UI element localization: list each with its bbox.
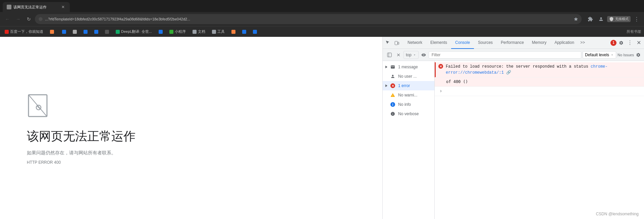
- bookmark-11[interactable]: 工具: [210, 28, 227, 35]
- devtools-more-button[interactable]: ⋮: [626, 39, 634, 47]
- tab-bar: 该网页无法正常运作 ✕: [0, 0, 644, 12]
- sidebar-item-verbose[interactable]: No verbose: [383, 109, 434, 119]
- bookmark-baidu[interactable]: 百度一下，你就知道: [3, 28, 45, 35]
- sidebar-item-info[interactable]: i No info: [383, 100, 434, 109]
- expand-triangle-icon: [385, 66, 387, 68]
- tab-application[interactable]: Application: [550, 37, 578, 49]
- nav-icons: 无痕模式 ⋮: [586, 14, 641, 24]
- star-icon[interactable]: [574, 17, 578, 21]
- bookmark-12[interactable]: [229, 29, 237, 34]
- forward-button[interactable]: →: [13, 14, 23, 24]
- page-area: 该网页无法正常运作 如果问题仍然存在，请与网站所有者联系。 HTTP ERROR…: [0, 37, 644, 219]
- tab-elements[interactable]: Elements: [426, 37, 451, 49]
- tab-more[interactable]: >>: [578, 37, 587, 49]
- bookmark-14[interactable]: [251, 29, 259, 34]
- all-bookmarks-label: 所有书签: [627, 29, 641, 33]
- inspect-element-button[interactable]: [384, 39, 392, 47]
- svg-rect-7: [395, 41, 397, 45]
- clear-console-button[interactable]: [395, 51, 402, 59]
- extensions-button[interactable]: [586, 14, 595, 24]
- bookmark-9[interactable]: 小程序: [167, 28, 188, 35]
- bookmark-13[interactable]: [240, 29, 248, 34]
- back-button[interactable]: ←: [3, 14, 12, 24]
- bookmark-3[interactable]: [60, 29, 68, 34]
- tab-favicon: [7, 5, 11, 9]
- svg-rect-8: [398, 42, 399, 44]
- bookmark-favicon: [231, 30, 235, 34]
- tab-console[interactable]: Console: [451, 37, 474, 49]
- tab-memory[interactable]: Memory: [528, 37, 550, 49]
- svg-rect-9: [387, 53, 391, 57]
- devtools-tab-bar: Network Elements Console Sources Perform…: [383, 37, 644, 49]
- error-link-icon: 🔗: [506, 70, 511, 75]
- eye-button[interactable]: [420, 51, 427, 59]
- error-code: HTTP ERROR 400: [27, 160, 61, 165]
- main-page: 该网页无法正常运作 如果问题仍然存在，请与网站所有者联系。 HTTP ERROR…: [0, 37, 382, 219]
- console-settings-button[interactable]: [635, 52, 641, 58]
- tab-close-button[interactable]: ✕: [60, 4, 66, 10]
- devtools-right-buttons: 1 ⋮ ✕: [610, 39, 643, 47]
- lock-icon: [38, 17, 43, 21]
- watermark: CSDN @lendsomething: [596, 212, 639, 216]
- active-tab[interactable]: 该网页无法正常运作 ✕: [3, 2, 70, 12]
- bookmark-label: 百度一下，你就知道: [10, 29, 43, 34]
- error-suffix-text: of 400 (): [446, 79, 641, 85]
- devtools-settings-button[interactable]: [617, 39, 625, 47]
- console-log-area: ✕ Failed to load resource: the server re…: [435, 61, 644, 219]
- bookmark-favicon: [253, 30, 257, 34]
- incognito-label: 无痕模式: [615, 17, 629, 21]
- tab-performance[interactable]: Performance: [497, 37, 528, 49]
- toggle-sidebar-button[interactable]: [385, 51, 393, 59]
- tab-sources[interactable]: Sources: [474, 37, 497, 49]
- address-bar[interactable]: ...?rfdTemplateId=18dbfed2c00c5871717923…: [35, 14, 582, 24]
- all-bookmarks-button[interactable]: 所有书签: [627, 29, 641, 34]
- sidebar-item-warnings[interactable]: No warni...: [383, 90, 434, 100]
- info-circle-icon: i: [390, 102, 395, 107]
- bookmark-2[interactable]: [48, 29, 57, 34]
- info-icon: i: [390, 102, 395, 107]
- default-levels-label: Default levels: [585, 53, 609, 57]
- profile-button[interactable]: [596, 14, 606, 24]
- error-circle-icon: ✕: [390, 83, 395, 88]
- error-entry-icon: ✕: [438, 64, 443, 69]
- default-levels-selector[interactable]: Default levels: [583, 51, 616, 59]
- message-icon: [390, 64, 395, 70]
- console-expand-row[interactable]: ›: [435, 87, 644, 96]
- expand-arrow-icon[interactable]: ›: [440, 88, 442, 93]
- sidebar-item-messages[interactable]: 1 message: [383, 62, 434, 72]
- sidebar-messages-label: 1 message: [398, 65, 418, 69]
- error-message-text: Failed to load resource: the server resp…: [446, 64, 588, 69]
- bookmark-4[interactable]: [71, 29, 79, 34]
- bookmark-deepl[interactable]: DeepL翻译: 全世...: [114, 28, 154, 35]
- bookmark-label: 文档: [198, 29, 205, 34]
- bookmark-7[interactable]: [103, 29, 111, 34]
- bookmarks-bar: 百度一下，你就知道 DeepL翻译: 全世... 小程序: [0, 26, 644, 37]
- sidebar-info-label: No info: [398, 102, 411, 107]
- no-issues-label: No Issues: [618, 53, 634, 57]
- sidebar-item-errors[interactable]: ✕ 1 error: [383, 81, 434, 90]
- tab-network[interactable]: Network: [404, 37, 426, 49]
- console-toolbar: top Default levels No Issues: [383, 49, 644, 61]
- reload-button[interactable]: ↻: [24, 14, 34, 24]
- bookmark-favicon: [50, 30, 54, 34]
- error-entry-text: Failed to load resource: the server resp…: [446, 64, 641, 76]
- bookmark-5[interactable]: [82, 29, 90, 34]
- bookmark-6[interactable]: [92, 29, 100, 34]
- bookmark-10[interactable]: 文档: [191, 28, 207, 35]
- device-toolbar-button[interactable]: [393, 39, 401, 47]
- user-icon: [390, 74, 395, 79]
- sidebar-item-user[interactable]: No user ...: [383, 72, 434, 81]
- bookmark-favicon: [242, 30, 246, 34]
- bookmark-favicon: [169, 30, 173, 34]
- sidebar-verbose-label: No verbose: [398, 112, 419, 116]
- context-selector[interactable]: top: [404, 51, 419, 59]
- filter-input[interactable]: [429, 51, 581, 59]
- bookmark-label: DeepL翻译: 全世...: [121, 29, 152, 34]
- bookmark-favicon: [159, 30, 163, 34]
- error-page-icon: [27, 91, 54, 122]
- menu-button[interactable]: ⋮: [632, 14, 641, 24]
- devtools-close-button[interactable]: ✕: [635, 39, 643, 47]
- bookmark-8[interactable]: [157, 29, 165, 34]
- browser-chrome: 该网页无法正常运作 ✕ ← → ↻ ...?rfdTemplateId=18db…: [0, 0, 644, 37]
- tab-title: 该网页无法正常运作: [13, 5, 47, 10]
